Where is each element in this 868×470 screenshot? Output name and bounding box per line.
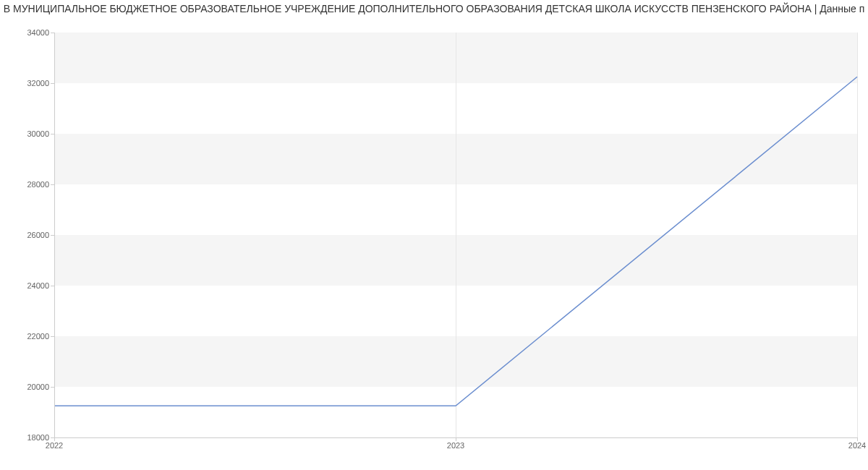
y-tick-mark (51, 134, 54, 134)
x-tick-mark (54, 437, 55, 441)
x-tick-mark (857, 437, 858, 441)
x-tick-label: 2022 (46, 441, 63, 450)
y-tick-mark (51, 235, 54, 236)
chart-title: В МУНИЦИПАЛЬНОЕ БЮДЖЕТНОЕ ОБРАЗОВАТЕЛЬНО… (0, 3, 868, 14)
y-tick-label: 34000 (6, 28, 49, 37)
line-layer (54, 33, 857, 437)
y-tick-label: 22000 (6, 332, 49, 341)
series-line (54, 77, 857, 406)
y-tick-label: 20000 (6, 383, 49, 391)
x-tick-mark (456, 437, 456, 441)
y-tick-mark (51, 387, 54, 388)
y-tick-label: 28000 (6, 180, 49, 189)
gridline-vertical (857, 33, 858, 437)
y-axis-line (54, 33, 55, 437)
x-tick-label: 2023 (447, 441, 464, 450)
y-tick-label: 24000 (6, 281, 49, 290)
y-tick-mark (51, 83, 54, 84)
x-tick-label: 2024 (848, 441, 866, 450)
y-tick-label: 26000 (6, 231, 49, 239)
y-tick-mark (51, 286, 54, 286)
y-tick-label: 18000 (6, 433, 49, 442)
y-tick-mark (51, 33, 54, 33)
y-tick-mark (51, 336, 54, 337)
y-tick-label: 32000 (6, 79, 49, 87)
y-tick-label: 30000 (6, 129, 49, 138)
y-tick-mark (51, 184, 54, 185)
plot-area (54, 33, 857, 437)
